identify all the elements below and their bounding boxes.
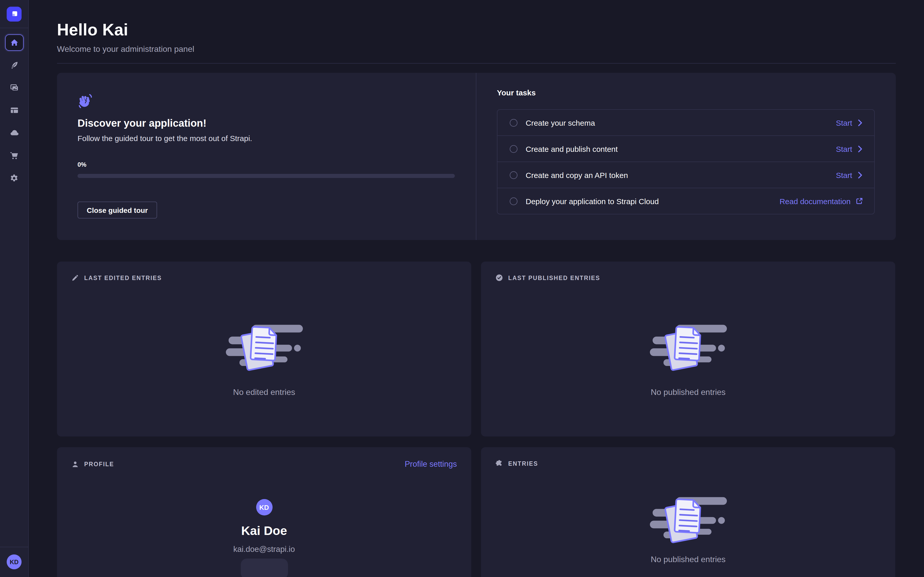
task-action-label: Start	[836, 171, 852, 179]
task-status-circle	[510, 119, 517, 126]
task-action-label: Start	[836, 118, 852, 127]
sidebar-item-home[interactable]	[5, 34, 23, 51]
widget-header: LAST PUBLISHED ENTRIES	[481, 261, 895, 282]
task-label: Create and publish content	[526, 144, 618, 153]
profile-body: KD Kai Doe kai.doe@strapi.io	[57, 469, 471, 577]
task-row-api-token[interactable]: Create and copy an API token Start	[497, 161, 875, 188]
task-start-link[interactable]: Start	[836, 144, 863, 153]
page-subtitle: Welcome to your administration panel	[57, 45, 896, 54]
gear-icon	[10, 174, 18, 182]
waving-hand-icon	[78, 92, 94, 109]
task-row-create-schema[interactable]: Create your schema Start	[497, 109, 875, 136]
empty-documents-illustration	[649, 490, 727, 549]
guided-tour-section: Discover your application! Follow the gu…	[57, 73, 477, 240]
close-guided-tour-button[interactable]: Close guided tour	[78, 201, 157, 219]
guided-tour-progressbar	[78, 174, 455, 178]
widget-title: LAST PUBLISHED ENTRIES	[508, 275, 600, 281]
sidebar-item-settings[interactable]	[5, 170, 23, 186]
empty-state: No edited entries	[57, 282, 471, 437]
check-circle-icon	[495, 274, 503, 282]
profile-widget: PROFILE Profile settings KD Kai Doe kai.…	[57, 447, 471, 577]
empty-state-text: No published entries	[651, 387, 725, 397]
empty-documents-illustration	[226, 317, 303, 376]
feather-icon	[10, 61, 18, 69]
task-status-circle	[510, 171, 517, 179]
last-edited-entries-widget: LAST EDITED ENTRIES	[57, 261, 471, 437]
empty-state: No published entries	[481, 282, 895, 437]
external-link-icon	[856, 197, 863, 205]
widget-header: LAST EDITED ENTRIES	[57, 261, 471, 282]
widget-title: LAST EDITED ENTRIES	[84, 275, 162, 281]
user-avatar[interactable]: KD	[6, 554, 21, 569]
strapi-admin-dashboard: KD Hello Kai Welcome to your administrat…	[0, 0, 924, 577]
sidebar-item-content-type-builder[interactable]	[5, 102, 23, 118]
task-label: Create your schema	[526, 118, 595, 127]
last-published-entries-widget: LAST PUBLISHED ENTRIES	[481, 261, 895, 437]
profile-name: Kai Doe	[241, 524, 287, 538]
main-content: Hello Kai Welcome to your administration…	[29, 0, 924, 577]
profile-role-badge	[241, 559, 288, 577]
task-status-circle	[510, 197, 517, 205]
pictures-icon	[10, 84, 18, 92]
empty-state-text: No published entries	[651, 555, 725, 564]
tasks-section: Your tasks Create your schema Start	[477, 73, 896, 240]
empty-documents-illustration	[649, 317, 727, 376]
cart-icon	[10, 151, 18, 160]
tasks-title: Your tasks	[497, 88, 875, 97]
sidebar-bottom-divider	[0, 547, 29, 547]
task-start-link[interactable]: Start	[836, 171, 863, 179]
task-action-label: Read documentation	[780, 197, 851, 205]
entries-widget: ENTRIES	[481, 447, 895, 577]
sidebar-divider	[0, 28, 29, 28]
sidebar-item-content-manager[interactable]	[5, 57, 23, 73]
sidebar-item-cloud[interactable]	[5, 125, 23, 141]
person-icon	[71, 460, 79, 468]
empty-state-text: No edited entries	[233, 387, 295, 397]
profile-email: kai.doe@strapi.io	[233, 545, 295, 554]
task-label: Create and copy an API token	[526, 171, 628, 179]
chevron-right-icon	[857, 145, 863, 152]
page-header: Hello Kai Welcome to your administration…	[57, 21, 896, 54]
task-list: Create your schema Start Create and publ…	[497, 109, 875, 214]
task-start-link[interactable]: Start	[836, 118, 863, 127]
strapi-logo-icon	[10, 10, 18, 18]
chevron-right-icon	[857, 119, 863, 126]
task-action-label: Start	[836, 144, 852, 153]
chevron-right-icon	[857, 172, 863, 178]
widget-title: PROFILE	[84, 461, 114, 467]
sidebar-nav-list	[5, 34, 23, 186]
home-icon	[10, 39, 18, 47]
sidebar-bottom: KD	[0, 547, 29, 577]
empty-state: No published entries	[481, 467, 895, 577]
task-row-deploy-cloud[interactable]: Deploy your application to Strapi Cloud …	[497, 188, 875, 214]
pencil-icon	[71, 274, 79, 282]
sidebar-item-marketplace[interactable]	[5, 147, 23, 164]
widget-title: ENTRIES	[508, 460, 538, 466]
layout-icon	[10, 106, 18, 114]
cloud-icon	[10, 129, 18, 137]
main-navigation: KD	[0, 0, 29, 577]
widgets-grid: LAST EDITED ENTRIES	[57, 261, 896, 577]
header-divider	[57, 63, 896, 64]
guided-tour-title: Discover your application!	[78, 118, 456, 129]
read-documentation-link[interactable]: Read documentation	[780, 197, 863, 205]
widget-header: PROFILE Profile settings	[57, 447, 471, 469]
progress-percent-label: 0%	[78, 161, 456, 168]
strapi-logo[interactable]	[6, 6, 21, 21]
widget-header: ENTRIES	[481, 447, 895, 467]
task-row-publish-content[interactable]: Create and publish content Start	[497, 135, 875, 162]
page-title: Hello Kai	[57, 21, 896, 39]
task-status-circle	[510, 145, 517, 153]
profile-avatar: KD	[256, 499, 272, 516]
sidebar-item-media-library[interactable]	[5, 79, 23, 96]
task-label: Deploy your application to Strapi Cloud	[526, 197, 659, 205]
guided-tour-card: Discover your application! Follow the gu…	[57, 73, 896, 240]
profile-settings-link[interactable]: Profile settings	[405, 459, 457, 469]
guided-tour-subtitle: Follow the guided tour to get the most o…	[78, 134, 456, 143]
puzzle-icon	[495, 459, 503, 467]
